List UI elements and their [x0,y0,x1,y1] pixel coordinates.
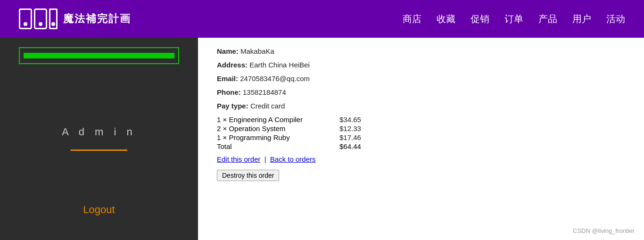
name-label: Name: [217,47,239,55]
paytype-row: Pay type: Credit card [217,102,625,110]
name-value: MakabaKa [240,47,274,55]
address-row: Address: Earth China HeiBei [217,61,625,69]
footer-watermark: CSDN @living_frontier [573,227,635,234]
order-item-1-desc: 1 × Engineering A Compiler [217,116,339,124]
order-item-row: 1 × Programming Ruby $17.46 [217,133,625,141]
logout-button[interactable]: Logout [83,204,115,216]
order-total-value: $64.44 [339,142,361,150]
address-label: Address: [217,61,248,69]
order-item-row: 1 × Engineering A Compiler $34.65 [217,116,625,124]
logo-block-2 [34,8,47,29]
nav-promotions[interactable]: 促销 [471,13,489,25]
nav-links: 商店 收藏 促销 订单 产品 用户 活动 [403,13,625,25]
logo-block-1 [19,8,32,29]
email-value: 2470583476@qq.com [240,74,310,83]
nav-orders[interactable]: 订单 [504,13,523,25]
order-item-3-price: $17.46 [339,133,361,141]
order-item-1-price: $34.65 [339,116,361,124]
back-to-orders-link[interactable]: Back to orders [270,155,316,163]
nav-shop[interactable]: 商店 [403,13,421,25]
phone-row: Phone: 13582184874 [217,88,625,96]
email-row: Email: 2470583476@qq.com [217,74,625,83]
address-value: Earth China HeiBei [249,61,310,69]
email-label: Email: [217,74,238,83]
order-item-2-price: $12.33 [339,124,361,132]
logo-title: 魔法補完計画 [63,12,131,26]
sidebar: A d m i n Logout [0,38,198,240]
nav-favorites[interactable]: 收藏 [437,13,455,25]
logo-area: 魔法補完計画 [19,8,131,29]
admin-label: A d m i n [62,126,136,138]
order-items-list: 1 × Engineering A Compiler $34.65 2 × Op… [217,116,625,150]
logo-block-3 [49,8,58,29]
nav-users[interactable]: 用户 [572,13,591,25]
order-total-label: Total [217,142,339,150]
order-detail-content: Name: MakabaKa Address: Earth China HeiB… [198,38,644,240]
admin-divider [71,149,127,151]
edit-order-link[interactable]: Edit this order [217,155,261,163]
name-row: Name: MakabaKa [217,47,625,55]
order-item-3-desc: 1 × Programming Ruby [217,133,339,141]
action-links: Edit this order | Back to orders [217,155,625,163]
order-item-row: 2 × Operation System $12.33 [217,124,625,132]
nav-products[interactable]: 产品 [538,13,557,25]
paytype-value: Credit card [250,102,285,110]
header: 魔法補完計画 商店 收藏 促销 订单 产品 用户 活动 [0,0,644,38]
logo-icon [19,8,58,29]
search-bar-inner [24,53,174,58]
destroy-button-wrapper: Destroy this order [217,166,625,181]
search-bar[interactable] [19,47,179,64]
main-layout: A d m i n Logout Name: MakabaKa Address:… [0,38,644,240]
paytype-label: Pay type: [217,102,248,110]
nav-activities[interactable]: 活动 [606,13,625,25]
order-item-2-desc: 2 × Operation System [217,124,339,132]
link-separator: | [264,155,266,163]
phone-value: 13582184874 [243,88,286,96]
phone-label: Phone: [217,88,241,96]
destroy-order-button[interactable]: Destroy this order [217,170,279,181]
order-total-row: Total $64.44 [217,142,625,150]
